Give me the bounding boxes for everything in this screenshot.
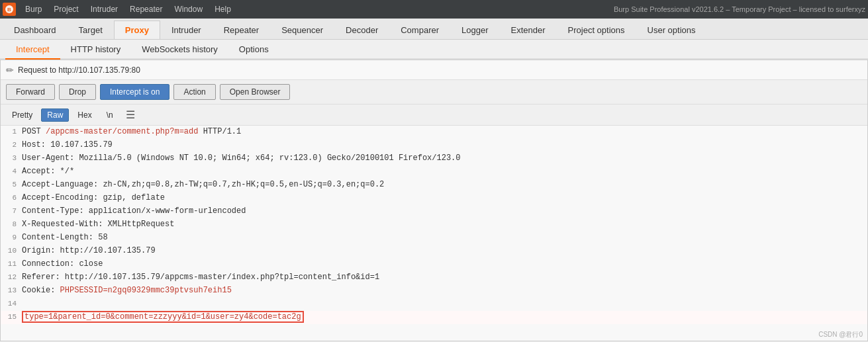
http-line: 15type=1&parent_id=0&comment=zzzyyy&id=1…: [1, 311, 867, 324]
http-line: 7Content-Type: application/x-www-form-ur…: [1, 205, 867, 218]
hex-button[interactable]: Hex: [72, 108, 97, 122]
subtab-http-history[interactable]: HTTP history: [60, 40, 132, 60]
svg-text:B: B: [7, 7, 11, 13]
line-content: Connection: close: [22, 258, 865, 270]
line-number: 4: [3, 165, 22, 177]
line-number: 9: [3, 232, 22, 243]
tab-logger[interactable]: Logger: [450, 21, 499, 39]
tab-project-options[interactable]: Project options: [557, 21, 636, 39]
subtab-options[interactable]: Options: [228, 40, 279, 60]
menu-icon[interactable]: ☰: [122, 107, 139, 122]
subtab-intercept[interactable]: Intercept: [5, 40, 60, 60]
line-number: 3: [3, 152, 22, 164]
intercept-toggle-button[interactable]: Intercept is on: [100, 84, 169, 100]
menu-help[interactable]: Help: [209, 3, 236, 15]
buttons-row: Forward Drop Intercept is on Action Open…: [1, 80, 867, 105]
tab-proxy[interactable]: Proxy: [114, 21, 160, 39]
http-line: 4Accept: */*: [1, 165, 867, 179]
app-title: Burp Suite Professional v2021.6.2 – Temp…: [614, 5, 865, 13]
nav-tabs: Dashboard Target Proxy Intruder Repeater…: [0, 19, 868, 40]
menu-repeater[interactable]: Repeater: [124, 3, 168, 15]
http-line: 1POST /appcms-master/comment.php?m=add H…: [1, 126, 867, 139]
line-content: Cookie: PHPSESSID=n2gq09329mmc39ptvsuh7e…: [22, 284, 865, 296]
line-number: 13: [3, 284, 22, 296]
line-content: type=1&parent_id=0&comment=zzzyyy&id=1&u…: [22, 311, 865, 323]
http-line: 8X-Requested-With: XMLHttpRequest: [1, 218, 867, 232]
line-content: Origin: http://10.107.135.79: [22, 245, 865, 257]
subtab-websockets[interactable]: WebSockets history: [131, 40, 228, 60]
line-number: 11: [3, 258, 22, 270]
drop-button[interactable]: Drop: [59, 84, 96, 100]
view-row: Pretty Raw Hex \n ☰: [1, 105, 867, 126]
http-line: 11Connection: close: [1, 258, 867, 271]
line-number: 6: [3, 192, 22, 204]
line-content: Accept: */*: [22, 165, 865, 177]
http-line: 3User-Agent: Mozilla/5.0 (Windows NT 10.…: [1, 152, 867, 165]
burp-logo: B: [3, 3, 16, 16]
edit-icon: ✏: [6, 65, 14, 75]
open-browser-button[interactable]: Open Browser: [220, 84, 291, 100]
line-number: 12: [3, 271, 22, 283]
line-number: 5: [3, 179, 22, 191]
intercept-panel: ✏ Request to http://10.107.135.79:80 For…: [0, 60, 868, 341]
request-header: ✏ Request to http://10.107.135.79:80: [1, 60, 867, 80]
line-content: X-Requested-With: XMLHttpRequest: [22, 218, 865, 230]
tab-target[interactable]: Target: [68, 21, 114, 39]
line-content: Accept-Encoding: gzip, deflate: [22, 192, 865, 204]
menu-project[interactable]: Project: [48, 3, 83, 15]
line-content: Host: 10.107.135.79: [22, 139, 865, 151]
newline-button[interactable]: \n: [101, 108, 119, 122]
line-content: Content-Length: 58: [22, 232, 865, 243]
line-number: 1: [3, 126, 22, 138]
line-number: 8: [3, 218, 22, 230]
tab-sequencer[interactable]: Sequencer: [270, 21, 334, 39]
line-content: User-Agent: Mozilla/5.0 (Windows NT 10.0…: [22, 152, 865, 164]
watermark: CSDN @君行0: [818, 330, 863, 339]
menu-window[interactable]: Window: [169, 3, 208, 15]
line-number: 10: [3, 245, 22, 257]
http-line: 14: [1, 298, 867, 311]
line-number: 14: [3, 298, 22, 310]
line-content: POST /appcms-master/comment.php?m=add HT…: [22, 126, 865, 138]
http-line: 5Accept-Language: zh-CN,zh;q=0.8,zh-TW;q…: [1, 179, 867, 192]
line-number: 2: [3, 139, 22, 151]
tab-user-options[interactable]: User options: [636, 21, 707, 39]
http-line: 6Accept-Encoding: gzip, deflate: [1, 192, 867, 205]
line-content: Content-Type: application/x-www-form-url…: [22, 205, 865, 217]
http-content[interactable]: 1POST /appcms-master/comment.php?m=add H…: [1, 126, 867, 341]
menu-burp[interactable]: Burp: [20, 3, 47, 15]
action-button[interactable]: Action: [173, 84, 215, 100]
http-line: 10Origin: http://10.107.135.79: [1, 245, 867, 258]
tab-extender[interactable]: Extender: [500, 21, 557, 39]
tab-decoder[interactable]: Decoder: [334, 21, 389, 39]
request-url: Request to http://10.107.135.79:80: [18, 65, 140, 75]
sub-tabs: Intercept HTTP history WebSockets histor…: [0, 40, 868, 60]
line-number: 7: [3, 205, 22, 217]
http-line: 12Referer: http://10.107.135.79/appcms-m…: [1, 271, 867, 284]
http-line: 9Content-Length: 58: [1, 232, 867, 245]
raw-button[interactable]: Raw: [41, 108, 69, 122]
pretty-button[interactable]: Pretty: [6, 108, 38, 122]
forward-button[interactable]: Forward: [6, 84, 55, 100]
menu-intruder[interactable]: Intruder: [85, 3, 123, 15]
tab-repeater[interactable]: Repeater: [213, 21, 270, 39]
line-number: 15: [3, 311, 22, 323]
line-content: Accept-Language: zh-CN,zh;q=0.8,zh-TW;q=…: [22, 179, 865, 191]
http-line: 2Host: 10.107.135.79: [1, 139, 867, 152]
tab-intruder[interactable]: Intruder: [160, 21, 213, 39]
tab-comparer[interactable]: Comparer: [389, 21, 450, 39]
tab-dashboard[interactable]: Dashboard: [3, 21, 68, 39]
http-line: 13Cookie: PHPSESSID=n2gq09329mmc39ptvsuh…: [1, 284, 867, 298]
menubar: B Burp Project Intruder Repeater Window …: [0, 0, 868, 19]
line-content: Referer: http://10.107.135.79/appcms-mas…: [22, 271, 865, 283]
